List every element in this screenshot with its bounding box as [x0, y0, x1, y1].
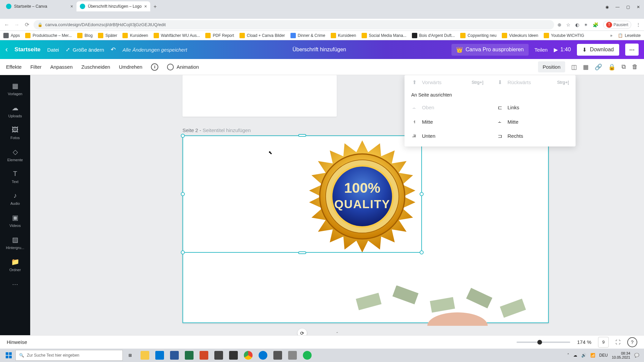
zoom-slider[interactable] — [517, 342, 570, 343]
task-view-button[interactable]: ⊞ — [123, 349, 138, 362]
browser-tab-1[interactable]: Überschrift hinzufügen – Logo × — [76, 1, 150, 11]
taskbar-app[interactable] — [211, 349, 226, 362]
taskbar-chrome[interactable] — [241, 349, 256, 362]
bookmark-item[interactable]: Blog — [77, 33, 93, 38]
volume-icon[interactable]: 🔊 — [581, 353, 586, 358]
taskbar-app[interactable] — [270, 349, 285, 362]
bookmark-item[interactable]: Wahlfächer WU Aus... — [154, 33, 200, 38]
rail-templates[interactable]: ▦Vorlagen — [0, 78, 30, 101]
design-title[interactable]: Überschrift hinzufügen — [292, 47, 346, 53]
expand-pages-chevron[interactable]: ⌃ — [332, 331, 342, 335]
start-button[interactable] — [2, 349, 15, 362]
close-icon[interactable]: × — [70, 4, 73, 9]
bookmark-item[interactable]: Kursideen — [122, 33, 148, 38]
wifi-icon[interactable]: 📶 — [590, 353, 595, 358]
animation-button[interactable]: Animation — [167, 64, 199, 70]
bookmark-item[interactable]: Cload + Canva Bilder — [239, 33, 285, 38]
forward-button[interactable]: → — [13, 22, 20, 28]
onedrive-icon[interactable]: ☁ — [573, 353, 577, 358]
bookmark-item[interactable]: Später — [98, 33, 117, 38]
extension-icon[interactable]: ◐ — [575, 22, 579, 27]
star-icon[interactable]: ☆ — [566, 22, 571, 27]
page-title-label[interactable]: Seite 2 - Seitentitel hinzufügen — [182, 127, 251, 133]
adjust-button[interactable]: Anpassen — [50, 64, 73, 70]
readlist-button[interactable]: 📋Leseliste — [618, 33, 641, 38]
menu-icon[interactable]: ⋮ — [636, 22, 641, 27]
zoom-icon[interactable]: ⊕ — [557, 22, 561, 27]
close-window-icon[interactable]: ✕ — [637, 5, 640, 9]
previous-page-thumbnail[interactable] — [182, 75, 337, 117]
home-link[interactable]: Startseite — [14, 46, 40, 53]
puzzle-icon[interactable]: 🧩 — [593, 22, 598, 27]
bookmark-item[interactable]: Kursideen — [331, 33, 356, 38]
trash-icon[interactable]: 🗑 — [632, 63, 638, 70]
effects-button[interactable]: Effekte — [6, 64, 21, 70]
download-button[interactable]: ⬇ Download — [577, 44, 619, 56]
align-left[interactable]: ⊏Links — [490, 104, 576, 111]
tray-chevron-icon[interactable]: ˄ — [567, 353, 569, 358]
notifications-icon[interactable]: 💬 — [634, 353, 639, 358]
maximize-icon[interactable]: ▢ — [626, 5, 630, 9]
quality-badge-image[interactable]: 100% QUALITY — [303, 137, 421, 255]
back-button[interactable]: ← — [3, 22, 10, 28]
taskbar-app[interactable] — [226, 349, 241, 362]
rail-more[interactable]: ⋯ — [0, 277, 30, 292]
crop-button[interactable]: Zuschneiden — [81, 64, 110, 70]
lock-icon[interactable]: 🔒 — [608, 63, 615, 71]
bookmark-apps[interactable]: Apps — [3, 33, 20, 38]
rail-uploads[interactable]: ☁Uploads — [0, 101, 30, 123]
bookmark-item[interactable]: PDF Report — [205, 33, 234, 38]
info-icon[interactable]: i — [151, 63, 158, 71]
resize-button[interactable]: ⤢Größe ändern — [66, 47, 104, 53]
record-icon[interactable]: ◉ — [605, 5, 609, 9]
taskbar-spotify[interactable] — [300, 349, 315, 362]
canvas-page[interactable]: 100% QUALITY — [182, 135, 549, 323]
zoom-value[interactable]: 174 % — [577, 339, 591, 345]
minimize-icon[interactable]: — — [615, 5, 620, 9]
link-icon[interactable]: 🔗 — [595, 63, 602, 71]
back-button[interactable]: ‹ — [5, 45, 8, 54]
taskbar-app[interactable] — [152, 349, 167, 362]
new-tab-button[interactable]: + — [150, 2, 160, 11]
filter-button[interactable]: Filter — [30, 64, 41, 70]
taskbar-app[interactable] — [256, 349, 270, 362]
checkerboard-icon[interactable]: ▦ — [583, 63, 589, 71]
align-bottom[interactable]: ⫡Unten — [405, 133, 490, 139]
file-menu[interactable]: Datei — [47, 47, 59, 53]
language-indicator[interactable]: DEU — [599, 353, 608, 358]
transparency-icon[interactable]: ◫ — [571, 63, 577, 71]
reload-button[interactable]: ⟳ — [23, 21, 30, 28]
flip-button[interactable]: Umdrehen — [119, 64, 142, 70]
align-right[interactable]: ⊐Rechts — [490, 133, 576, 139]
extension-icon-2[interactable]: ✴ — [584, 22, 588, 27]
align-center-h[interactable]: ⫠Mitte — [490, 119, 576, 125]
bookmark-item[interactable]: Bois d'Argent Duft... — [412, 33, 455, 38]
money-image[interactable] — [343, 286, 545, 326]
page-count-button[interactable]: 9 — [598, 337, 609, 348]
position-button[interactable]: Position — [538, 61, 565, 72]
more-menu-button[interactable]: ⋯ — [625, 44, 639, 56]
slider-thumb[interactable] — [537, 340, 542, 345]
clock[interactable]: 08:34 10.05.2021 — [612, 351, 630, 359]
taskbar-app[interactable] — [138, 349, 152, 362]
rail-elements[interactable]: ◇Elemente — [0, 144, 30, 167]
taskbar-app[interactable] — [167, 349, 182, 362]
rail-folders[interactable]: 📁Ordner — [0, 254, 30, 277]
taskbar-app[interactable] — [182, 349, 197, 362]
rail-backgrounds[interactable]: ▨Hintergru... — [0, 232, 30, 254]
bookmark-overflow[interactable]: » — [610, 33, 612, 38]
close-icon[interactable]: × — [144, 4, 147, 9]
rail-photos[interactable]: 🖼Fotos — [0, 123, 30, 144]
bookmark-item[interactable]: Copywriting neu — [460, 33, 496, 38]
url-input[interactable]: 🔒 canva.com/design/DAEdomzscjl/drBfjHdCo… — [34, 20, 554, 29]
align-middle-v[interactable]: ⫞Mitte — [405, 119, 490, 125]
bookmark-item[interactable]: Social Media Mana... — [362, 33, 407, 38]
bookmark-item[interactable]: Videokurs Ideen — [502, 33, 538, 38]
canvas-viewport[interactable]: Seite 2 - Seitentitel hinzufügen — [30, 75, 644, 335]
rotate-handle[interactable]: ⟳ — [298, 328, 307, 335]
rail-videos[interactable]: ▣Videos — [0, 210, 30, 232]
browser-tab-0[interactable]: Startseite – Canva × — [3, 1, 76, 11]
try-pro-button[interactable]: 👑 Canva Pro ausprobieren — [451, 44, 528, 56]
taskbar-app[interactable] — [285, 349, 300, 362]
undo-button[interactable]: ↶ — [111, 46, 116, 53]
